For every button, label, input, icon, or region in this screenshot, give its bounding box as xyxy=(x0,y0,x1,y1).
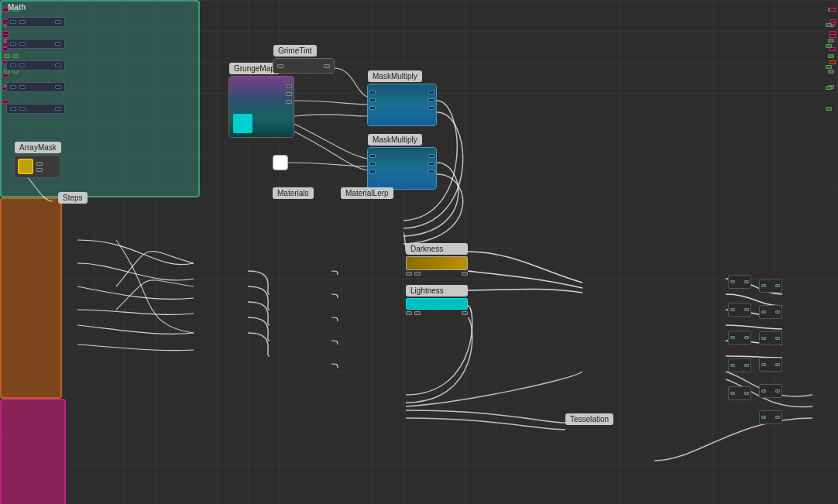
maskmultiply1-label: MaskMultiply xyxy=(368,70,422,82)
maskmultiply2-label: MaskMultiply xyxy=(368,134,422,146)
materials-label: Materials xyxy=(273,187,314,199)
arraymask-node[interactable]: ArrayMask xyxy=(14,155,60,178)
arraymask-label: ArrayMask xyxy=(15,142,61,153)
darkness-node[interactable]: Darkness xyxy=(406,243,468,277)
darkness-label: Darkness xyxy=(406,243,468,255)
grungemap-node[interactable]: GrungeMap xyxy=(228,76,294,138)
tesselation-label: Tesselation xyxy=(565,413,613,425)
grimetint-label: GrimeTint xyxy=(273,45,317,57)
lightness-node[interactable]: Lightness xyxy=(406,285,468,315)
node-graph-canvas[interactable]: ArrayMask Steps xyxy=(0,0,838,504)
materiallerp-group xyxy=(0,399,66,504)
maskmultiply2-node[interactable]: MaskMultiply xyxy=(367,147,437,190)
math-label: Math xyxy=(8,3,26,12)
materials-group xyxy=(0,197,62,399)
lightness-label: Lightness xyxy=(406,285,468,297)
grimetint-node[interactable]: GrimeTint xyxy=(273,58,335,74)
steps-label: Steps xyxy=(58,192,88,204)
materiallerp-label: MaterialLerp xyxy=(341,187,393,199)
maskmultiply1-node[interactable]: MaskMultiply xyxy=(367,84,437,126)
white-square-node[interactable] xyxy=(273,155,288,170)
